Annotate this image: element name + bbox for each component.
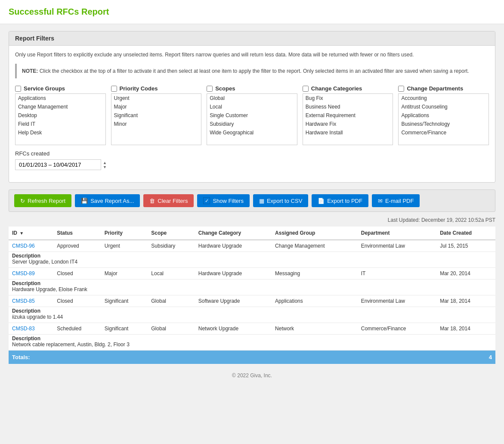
report-filters-body: Only use Report filters to explicitly ex… <box>9 46 495 182</box>
description-cell: Description Server Upgrade, London IT4 <box>9 252 495 268</box>
description-label: Description <box>12 335 40 342</box>
scopes-list[interactable]: Global Local Single Customer Subsidiary … <box>207 93 297 145</box>
scopes-checkbox[interactable] <box>207 86 213 92</box>
list-item[interactable]: Hardware Fix <box>303 120 393 128</box>
list-item[interactable]: Accounting <box>399 94 489 102</box>
id-link[interactable]: CMSD-96 <box>12 243 35 249</box>
cell-assigned-group: Change Management <box>272 240 358 252</box>
list-item[interactable]: Significant <box>111 111 201 120</box>
list-item[interactable]: Local <box>207 102 297 111</box>
date-spinner[interactable]: ▲▼ <box>103 161 107 169</box>
list-item[interactable]: Hardware Install <box>303 128 393 137</box>
filters-note: Only use Report filters to explicitly ex… <box>15 51 489 59</box>
service-groups-list[interactable]: Applications Change Management Desktop F… <box>15 93 106 145</box>
date-range-input[interactable] <box>15 159 101 170</box>
export-csv-button[interactable]: ▦ Export to CSV <box>253 194 308 207</box>
col-scope: Scope <box>148 227 195 240</box>
col-id[interactable]: ID ▼ <box>9 227 53 240</box>
list-item[interactable]: Applications <box>399 111 489 120</box>
priority-codes-checkbox[interactable] <box>111 86 117 92</box>
scopes-label: Scopes <box>215 85 235 92</box>
list-item[interactable]: Help Desk <box>15 128 105 137</box>
cell-status: Scheduled <box>53 323 101 335</box>
email-pdf-button[interactable]: ✉ E-mail PDF <box>372 194 420 207</box>
cell-priority: Significant <box>101 295 148 307</box>
page-title: Successful RFCs Report <box>9 7 495 17</box>
cell-assigned-group: Network <box>272 323 358 335</box>
change-categories-list[interactable]: Bug Fix Business Need External Requireme… <box>303 93 393 145</box>
cell-priority: Major <box>101 268 148 279</box>
id-link[interactable]: CMSD-85 <box>12 298 35 304</box>
cell-change-category: Software Upgrade <box>195 295 272 307</box>
list-item[interactable]: Desktop <box>15 111 105 120</box>
service-groups-label: Service Groups <box>24 85 65 92</box>
list-item[interactable]: Minor <box>111 120 201 128</box>
cell-change-category: Hardware Upgrade <box>195 268 272 279</box>
action-bar: ↻ Refresh Report 💾 Save Report As... 🗑 C… <box>9 189 495 212</box>
list-item[interactable]: Field IT <box>15 120 105 128</box>
list-item[interactable]: Antitrust Counseling <box>399 102 489 111</box>
list-item[interactable]: Business Need <box>303 102 393 111</box>
cell-id: CMSD-89 <box>9 268 53 279</box>
description-cell: Description iizuka upgrade to 1.44 <box>9 307 495 323</box>
clear-filters-button[interactable]: 🗑 Clear Filters <box>143 194 194 207</box>
priority-codes-label: Priority Codes <box>120 85 158 92</box>
priority-codes-list[interactable]: Urgent Major Significant Minor <box>111 93 202 145</box>
sort-icon: ▼ <box>19 231 24 236</box>
rfcs-created-label: RFCs created <box>15 150 489 157</box>
list-item[interactable]: Business/Technology <box>399 120 489 128</box>
cell-status: Closed <box>53 295 101 307</box>
totals-count: 4 <box>436 351 495 364</box>
change-departments-label: Change Departments <box>407 85 463 92</box>
filter-group-header-change-categories: Change Categories <box>303 85 393 92</box>
rfcs-created-section: RFCs created ▲▼ <box>15 150 489 170</box>
refresh-label: Refresh Report <box>28 198 65 204</box>
note-label: NOTE: <box>22 68 38 74</box>
filter-group-priority-codes: Priority Codes Urgent Major Significant … <box>111 85 202 145</box>
description-text: Server Upgrade, London IT4 <box>12 259 77 265</box>
show-filters-label: Show Filters <box>213 198 244 204</box>
list-item[interactable]: Global <box>207 94 297 102</box>
list-item[interactable]: Change Management <box>15 102 105 111</box>
filter-group-change-categories: Change Categories Bug Fix Business Need … <box>303 85 393 145</box>
list-item[interactable]: Subsidiary <box>207 120 297 128</box>
list-item[interactable]: Wide Geographical <box>207 128 297 137</box>
change-departments-list[interactable]: Accounting Antitrust Counseling Applicat… <box>398 93 489 145</box>
cell-scope: Global <box>148 295 195 307</box>
change-categories-checkbox[interactable] <box>303 86 309 92</box>
table-row: CMSD-85 Closed Significant Global Softwa… <box>9 295 495 307</box>
cell-department: Commerce/Finance <box>358 323 436 335</box>
id-link[interactable]: CMSD-83 <box>12 326 35 332</box>
list-item[interactable]: Commerce/Finance <box>399 128 489 137</box>
show-filters-button[interactable]: ✓ Show Filters <box>197 194 250 207</box>
list-item[interactable]: Bug Fix <box>303 94 393 102</box>
export-pdf-button[interactable]: 📄 Export to PDF <box>312 194 368 207</box>
refresh-report-button[interactable]: ↻ Refresh Report <box>14 194 71 207</box>
main-content: Report Filters Only use Report filters t… <box>0 24 504 394</box>
export-pdf-label: Export to PDF <box>327 198 362 204</box>
cell-status: Approved <box>53 240 101 252</box>
cell-priority: Urgent <box>101 240 148 252</box>
cell-assigned-group: Messaging <box>272 268 358 279</box>
cell-date-created: Mar 18, 2014 <box>436 323 495 335</box>
save-report-button[interactable]: 💾 Save Report As... <box>75 194 140 207</box>
description-label: Description <box>12 253 40 259</box>
change-departments-checkbox[interactable] <box>398 86 404 92</box>
save-label: Save Report As... <box>90 198 134 204</box>
totals-row: Totals: 4 <box>9 351 495 364</box>
list-item[interactable]: External Requirement <box>303 111 393 120</box>
footer: © 2022 Giva, Inc. <box>9 373 495 387</box>
col-change-category: Change Category <box>195 227 272 240</box>
id-link[interactable]: CMSD-89 <box>12 270 35 276</box>
service-groups-checkbox[interactable] <box>15 86 21 92</box>
filter-group-header-service-groups: Service Groups <box>15 85 106 92</box>
description-label: Description <box>12 280 40 286</box>
description-row: Description Network cable replacement, A… <box>9 335 495 351</box>
list-item[interactable]: Applications <box>15 94 105 102</box>
cell-date-created: Mar 18, 2014 <box>436 295 495 307</box>
list-item[interactable]: Urgent <box>111 94 201 102</box>
report-filters-box: Report Filters Only use Report filters t… <box>9 31 495 183</box>
list-item[interactable]: Single Customer <box>207 111 297 120</box>
list-item[interactable]: Major <box>111 102 201 111</box>
description-text: Network cable replacement, Austin, Bldg.… <box>12 342 130 348</box>
